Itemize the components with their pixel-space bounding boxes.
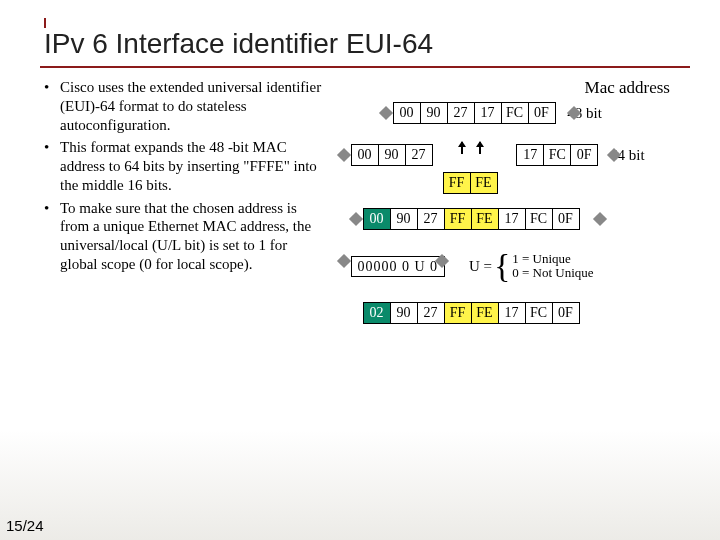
diamond-icon	[592, 212, 606, 226]
mac-split-row: 00 90 27 17 FC 0F 64 bit	[333, 144, 691, 168]
cell: 0F	[528, 102, 556, 124]
cell: 27	[417, 208, 445, 230]
cell: 17	[516, 144, 544, 166]
background-photo	[0, 430, 720, 540]
cell: 90	[420, 102, 448, 124]
fffe-insert-row: FF FE	[333, 172, 691, 194]
cell-ff: FF	[444, 302, 472, 324]
diamond-icon	[378, 106, 392, 120]
cell: 90	[378, 144, 406, 166]
u1-label: 1 = Unique	[512, 251, 571, 266]
cell: 27	[417, 302, 445, 324]
cell: 00	[393, 102, 421, 124]
u-equals: U =	[469, 258, 492, 275]
cell: 27	[447, 102, 475, 124]
cell-teal: 02	[363, 302, 391, 324]
final-eui64-row: 02 90 27 FF FE 17 FC 0F	[333, 302, 691, 326]
cell-fe: FE	[470, 172, 498, 194]
cell: 0F	[552, 208, 580, 230]
cell-teal: 00	[363, 208, 391, 230]
cell: 17	[498, 302, 526, 324]
cell: FC	[525, 302, 553, 324]
cell-ff: FF	[444, 208, 472, 230]
brace-icon: {	[494, 256, 510, 276]
page-number: 15/24	[6, 517, 44, 534]
diamond-icon	[336, 254, 350, 268]
cell: FC	[525, 208, 553, 230]
u0-label: 0 = Not Unique	[512, 265, 593, 280]
page-title: IPv 6 Interface identifier EUI-64	[40, 20, 690, 68]
cell-fe: FE	[471, 208, 499, 230]
cell: FC	[501, 102, 529, 124]
cell: 27	[405, 144, 433, 166]
arrow-up-icon	[479, 142, 481, 154]
bullet-1: Cisco uses the extended universal identi…	[40, 78, 323, 134]
cell: 0F	[570, 144, 598, 166]
mac-48bit-row: 00 90 27 17 FC 0F 48 bit	[333, 102, 691, 126]
diamond-icon	[348, 212, 362, 226]
cell: FC	[543, 144, 571, 166]
mac-address-label: Mac address	[333, 78, 691, 98]
arrow-up-icon	[461, 142, 463, 154]
bullet-3: To make sure that the chosen address is …	[40, 199, 323, 274]
cell: 17	[474, 102, 502, 124]
eui64-row: 00 90 27 FF FE 17 FC 0F	[333, 208, 691, 232]
cell-ff: FF	[443, 172, 471, 194]
bullet-list: Cisco uses the extended universal identi…	[40, 78, 323, 274]
binary-byte: 00000 0 U 0	[351, 256, 446, 277]
bullet-2: This format expands the 48 -bit MAC addr…	[40, 138, 323, 194]
cell: 0F	[552, 302, 580, 324]
cell-fe: FE	[471, 302, 499, 324]
cell: 90	[390, 208, 418, 230]
cell: 17	[498, 208, 526, 230]
cell: 00	[351, 144, 379, 166]
ul-bit-row: 00000 0 U 0 U = { 1 = Unique 0 = Not Uni…	[333, 252, 691, 280]
cell: 90	[390, 302, 418, 324]
diamond-icon	[336, 148, 350, 162]
